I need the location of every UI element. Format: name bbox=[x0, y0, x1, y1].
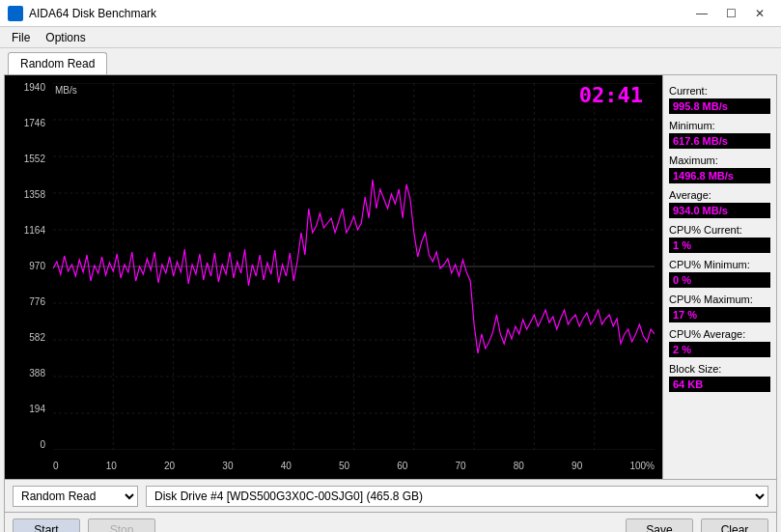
clear-button[interactable]: Clear bbox=[701, 518, 768, 533]
y-label-0: 1940 bbox=[24, 83, 45, 93]
start-button[interactable]: Start bbox=[13, 518, 80, 533]
minimum-label: Minimum: bbox=[669, 120, 770, 131]
current-value: 995.8 MB/s bbox=[669, 98, 770, 114]
menu-bar: File Options bbox=[0, 27, 781, 48]
action-bar: Start Stop Save Clear bbox=[4, 513, 777, 532]
y-label-4: 1164 bbox=[24, 226, 45, 236]
minimum-value: 617.6 MB/s bbox=[669, 133, 770, 149]
main-content: MB/s 1940 1746 1552 1358 1164 970 776 58… bbox=[4, 74, 777, 480]
save-button[interactable]: Save bbox=[626, 518, 693, 533]
app-icon bbox=[8, 6, 23, 21]
y-label-5: 970 bbox=[29, 262, 45, 271]
cpu-average-value: 2 % bbox=[669, 342, 770, 357]
maximum-label: Maximum: bbox=[669, 154, 770, 166]
maximum-value: 1496.8 MB/s bbox=[669, 168, 770, 183]
menu-options[interactable]: Options bbox=[38, 29, 93, 46]
y-label-6: 776 bbox=[29, 297, 45, 307]
drive-select[interactable]: Disk Drive #4 [WDS500G3X0C-00SJG0] (465.… bbox=[146, 486, 768, 507]
block-size-value: 64 KB bbox=[669, 377, 770, 392]
y-label-1: 1746 bbox=[24, 119, 45, 128]
x-label-4: 40 bbox=[281, 461, 292, 471]
bottom-bar: Random Read Random Write Sequential Read… bbox=[4, 480, 777, 513]
cpu-current-label: CPU% Current: bbox=[669, 224, 770, 236]
title-bar-left: AIDA64 Disk Benchmark bbox=[8, 6, 156, 21]
current-label: Current: bbox=[669, 85, 770, 97]
average-value: 934.0 MB/s bbox=[669, 203, 770, 218]
cpu-maximum-value: 17 % bbox=[669, 307, 770, 322]
y-axis: 1940 1746 1552 1358 1164 970 776 582 388… bbox=[5, 83, 49, 450]
block-size-label: Block Size: bbox=[669, 363, 770, 375]
minimize-button[interactable]: — bbox=[688, 4, 715, 23]
cpu-maximum-label: CPU% Maximum: bbox=[669, 294, 770, 305]
y-label-3: 1358 bbox=[24, 190, 45, 200]
window-title: AIDA64 Disk Benchmark bbox=[29, 7, 156, 20]
cpu-average-label: CPU% Average: bbox=[669, 328, 770, 340]
x-label-3: 30 bbox=[222, 461, 233, 471]
y-label-7: 582 bbox=[29, 333, 45, 343]
x-label-7: 70 bbox=[456, 461, 466, 471]
x-label-1: 10 bbox=[106, 461, 117, 471]
menu-file[interactable]: File bbox=[4, 29, 38, 46]
close-button[interactable]: ✕ bbox=[746, 4, 773, 23]
x-label-2: 20 bbox=[164, 461, 175, 471]
stats-panel: Current: 995.8 MB/s Minimum: 617.6 MB/s … bbox=[662, 75, 776, 479]
y-label-10: 0 bbox=[40, 440, 45, 450]
test-type-select[interactable]: Random Read Random Write Sequential Read… bbox=[13, 486, 138, 507]
x-axis: 0 10 20 30 40 50 60 70 80 90 100% bbox=[53, 461, 655, 471]
cpu-current-value: 1 % bbox=[669, 238, 770, 253]
y-label-8: 388 bbox=[29, 369, 45, 378]
y-label-9: 194 bbox=[29, 405, 45, 414]
chart-svg bbox=[53, 83, 655, 450]
x-label-0: 0 bbox=[53, 461, 59, 471]
cpu-minimum-value: 0 % bbox=[669, 272, 770, 288]
title-bar: AIDA64 Disk Benchmark — ☐ ✕ bbox=[0, 0, 781, 27]
x-label-10: 100% bbox=[629, 461, 655, 471]
tab-bar: Random Read bbox=[0, 48, 781, 74]
x-label-5: 50 bbox=[339, 461, 349, 471]
x-label-8: 80 bbox=[514, 461, 524, 471]
average-label: Average: bbox=[669, 189, 770, 201]
chart-area: MB/s 1940 1746 1552 1358 1164 970 776 58… bbox=[5, 75, 662, 479]
title-bar-controls: — ☐ ✕ bbox=[688, 4, 773, 23]
tab-random-read[interactable]: Random Read bbox=[8, 52, 107, 74]
stop-button[interactable]: Stop bbox=[88, 518, 155, 533]
x-label-9: 90 bbox=[572, 461, 582, 471]
maximize-button[interactable]: ☐ bbox=[717, 4, 744, 23]
y-label-2: 1552 bbox=[24, 154, 45, 164]
cpu-minimum-label: CPU% Minimum: bbox=[669, 259, 770, 270]
x-label-6: 60 bbox=[397, 461, 407, 471]
